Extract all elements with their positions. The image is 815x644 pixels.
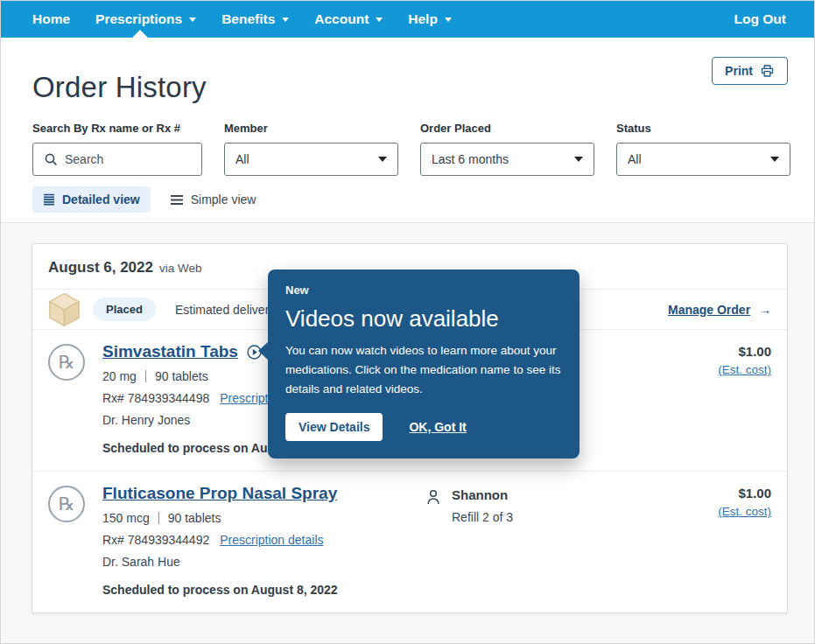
- nav-item-label: Help: [408, 11, 438, 27]
- search-icon: [44, 152, 58, 166]
- quantity: 90 tablets: [155, 369, 208, 383]
- estimated-cost-link[interactable]: (Est. cost): [718, 505, 771, 518]
- price-column: $1.00 (Est. cost): [673, 342, 771, 455]
- chevron-down-icon: [282, 18, 289, 22]
- detailed-list-icon: [43, 193, 55, 206]
- view-toggle: Detailed view Simple view: [32, 186, 814, 213]
- order-placed-label: Order Placed: [420, 122, 594, 135]
- chevron-down-icon: [376, 18, 383, 22]
- simple-list-icon: [170, 194, 184, 206]
- order-placed-value: Last 6 months: [432, 152, 509, 166]
- price-column: $1.00 (Est. cost): [673, 484, 771, 597]
- rx-number-line: Rx# 784939344492 Prescription details: [102, 533, 424, 547]
- simple-view-toggle[interactable]: Simple view: [159, 186, 267, 213]
- simple-view-label: Simple view: [191, 192, 256, 206]
- active-tab-indicator: [132, 30, 148, 38]
- popup-arrow: [258, 341, 269, 360]
- rx-icon: ℞: [48, 344, 85, 381]
- nav-item-account[interactable]: Account: [314, 1, 383, 38]
- estimated-delivery-text: Estimated deliver: [175, 303, 269, 317]
- dose: 20 mg: [102, 369, 137, 383]
- quantity: 90 tablets: [168, 511, 221, 525]
- print-button[interactable]: Print: [712, 57, 788, 85]
- member-label: Member: [224, 122, 398, 135]
- popup-actions: View Details OK, Got It: [285, 413, 562, 441]
- scheduled-text: Scheduled to process on August 8, 2022: [102, 583, 424, 597]
- filter-member: Member All: [224, 122, 398, 176]
- manage-order-label: Manage Order: [668, 303, 750, 317]
- nav-item-help[interactable]: Help: [408, 1, 452, 38]
- member-column: Shannon Refill 2 of 3: [424, 484, 673, 597]
- medication-name-link[interactable]: Simvastatin Tabs: [102, 342, 238, 361]
- member-name: Shannon: [452, 487, 513, 502]
- divider: [145, 370, 146, 382]
- rx-number-label: Rx#: [102, 533, 124, 547]
- logout-label: Log Out: [734, 11, 786, 27]
- status-badge: Placed: [93, 298, 156, 321]
- manage-order-link[interactable]: Manage Order →: [668, 303, 771, 317]
- view-details-button[interactable]: View Details: [285, 413, 383, 441]
- printer-icon: [760, 64, 775, 78]
- nav-item-benefits[interactable]: Benefits: [221, 1, 289, 38]
- arrow-right-icon: →: [759, 303, 771, 317]
- person-icon: [424, 487, 443, 507]
- rx-number-label: Rx#: [102, 391, 124, 405]
- videos-popup: New Videos now available You can now wat…: [268, 270, 580, 458]
- prescription-details-link[interactable]: Prescription details: [220, 533, 323, 547]
- nav-item-home[interactable]: Home: [32, 1, 70, 38]
- page-title: Order History: [32, 71, 783, 104]
- status-value: All: [628, 152, 642, 166]
- member-select[interactable]: All: [224, 143, 398, 176]
- filter-status: Status All: [616, 122, 790, 176]
- doctor-name: Dr. Sarah Hue: [102, 555, 180, 569]
- divider: [158, 512, 159, 524]
- rx-number: 784939344498: [128, 391, 209, 405]
- medication-name-link[interactable]: Fluticasone Prop Nasal Spray: [102, 484, 337, 503]
- nav-item-label: Account: [314, 11, 369, 27]
- chevron-down-icon: [574, 157, 583, 162]
- doctor-line: Dr. Sarah Hue: [102, 555, 424, 569]
- price: $1.00: [673, 344, 771, 359]
- search-label: Search By Rx name or Rx #: [32, 122, 202, 135]
- filters-bar: Search By Rx name or Rx # Member All Ord…: [1, 122, 814, 176]
- top-navigation: Home Prescriptions Benefits Account Help…: [1, 1, 814, 38]
- order-placed-select[interactable]: Last 6 months: [420, 143, 594, 176]
- status-select[interactable]: All: [616, 143, 790, 176]
- estimated-cost-link[interactable]: (Est. cost): [718, 363, 771, 376]
- rx-number: 784939344492: [128, 533, 209, 547]
- filter-search: Search By Rx name or Rx #: [32, 122, 202, 176]
- print-label: Print: [725, 64, 753, 78]
- popup-title: Videos now available: [285, 305, 562, 332]
- status-label: Status: [616, 122, 790, 135]
- filter-order-placed: Order Placed Last 6 months: [420, 122, 594, 176]
- popup-new-badge: New: [285, 284, 562, 297]
- nav-item-prescriptions[interactable]: Prescriptions: [95, 1, 196, 38]
- ok-got-it-link[interactable]: OK, Got It: [409, 420, 466, 434]
- order-history-page: Home Prescriptions Benefits Account Help…: [0, 0, 815, 644]
- nav-item-label: Prescriptions: [95, 11, 182, 27]
- order-channel: via Web: [159, 262, 202, 275]
- member-value: All: [235, 152, 249, 166]
- chevron-down-icon: [378, 157, 387, 162]
- rx-icon: ℞: [48, 486, 85, 522]
- chevron-down-icon: [189, 18, 196, 22]
- prescription-row-fluticasone: ℞ Fluticasone Prop Nasal Spray 150 mcg 9…: [32, 472, 787, 612]
- search-input[interactable]: [65, 152, 187, 166]
- logout-link[interactable]: Log Out: [734, 1, 786, 38]
- refill-status: Refill 2 of 3: [452, 510, 513, 524]
- dose: 150 mcg: [102, 511, 150, 525]
- popup-body-text: You can now watch videos to learn more a…: [285, 341, 562, 399]
- chevron-down-icon: [445, 18, 452, 22]
- detailed-view-label: Detailed view: [62, 192, 140, 206]
- doctor-name: Dr. Henry Jones: [102, 413, 190, 427]
- chevron-down-icon: [770, 157, 779, 162]
- nav-item-label: Home: [32, 11, 70, 27]
- price: $1.00: [673, 486, 771, 500]
- page-header: Print Order History: [1, 38, 814, 104]
- detailed-view-toggle[interactable]: Detailed view: [32, 186, 151, 213]
- nav-item-label: Benefits: [221, 11, 275, 27]
- package-icon: [48, 292, 81, 327]
- dose-quantity-line: 150 mcg 90 tablets: [102, 511, 424, 525]
- order-date: August 6, 2022: [48, 259, 153, 276]
